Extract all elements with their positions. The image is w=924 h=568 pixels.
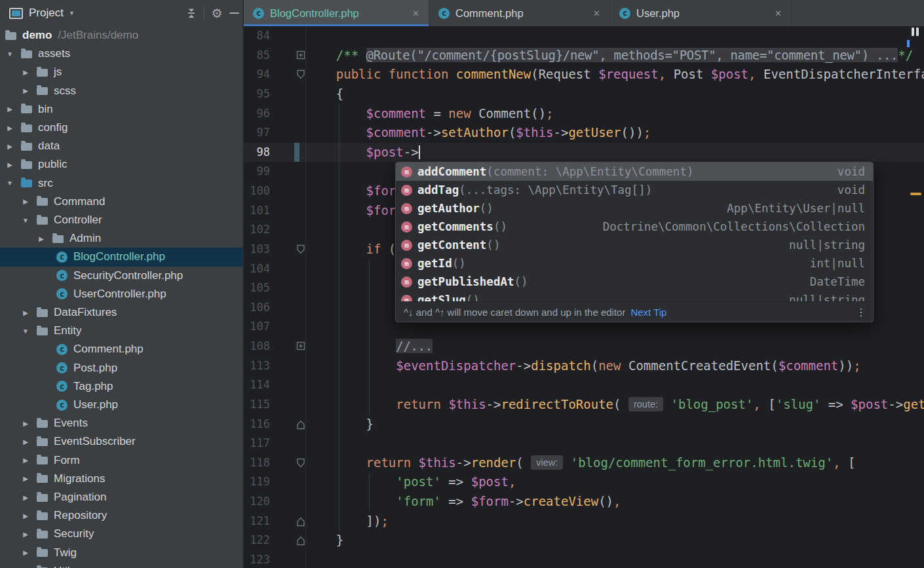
scrollbar-warning-marker[interactable] <box>910 193 921 195</box>
tree-item-DataFixtures[interactable]: ▶DataFixtures <box>0 303 242 322</box>
fold-start-icon[interactable] <box>296 244 305 257</box>
chevron-right-icon[interactable]: ▶ <box>5 161 14 168</box>
close-icon[interactable]: ✕ <box>403 9 419 18</box>
tree-item-Migrations[interactable]: ▶Migrations <box>0 470 242 488</box>
editor-line-98[interactable]: 98 $post-> <box>244 143 924 162</box>
gear-icon[interactable]: ⚙ <box>208 5 225 22</box>
hide-panel-icon[interactable] <box>225 5 242 22</box>
editor-line-113[interactable]: 113 $eventDispatcher->dispatch(new Comme… <box>244 356 924 376</box>
completion-item-getPublishedAt[interactable]: mgetPublishedAt()DateTime <box>396 273 873 291</box>
collapse-all-icon[interactable] <box>183 5 200 22</box>
tree-item-Command[interactable]: ▶Command <box>0 193 242 211</box>
chevron-right-icon[interactable]: ▶ <box>21 457 30 464</box>
tree-item-Repository[interactable]: ▶Repository <box>0 506 242 525</box>
tree-item-EventSubscriber[interactable]: ▶EventSubscriber <box>0 432 242 451</box>
fold-plus-icon[interactable] <box>296 341 305 353</box>
completion-item-getComments[interactable]: mgetComments()Doctrine\Common\Collection… <box>396 218 873 236</box>
chevron-right-icon[interactable]: ▶ <box>21 198 30 205</box>
next-tip-link[interactable]: Next Tip <box>630 307 666 318</box>
editor-line-122[interactable]: 122 } <box>244 531 924 550</box>
chevron-right-icon[interactable]: ▶ <box>5 124 14 132</box>
tree-item-config[interactable]: ▶config <box>0 119 242 137</box>
chevron-down-icon[interactable]: ▼ <box>21 217 30 224</box>
editor-line-108[interactable]: 108 //... <box>244 337 924 356</box>
tree-item-Form[interactable]: ▶Form <box>0 451 242 470</box>
close-icon[interactable]: ✕ <box>765 9 782 18</box>
editor-line-118[interactable]: 118 return $this->render( view: 'blog/co… <box>244 453 924 473</box>
pause-icon[interactable] <box>912 28 921 36</box>
editor-line-94[interactable]: 94 public function commentNew(Request $r… <box>244 65 924 85</box>
completion-item-addComment[interactable]: maddComment(comment: \App\Entity\Comment… <box>396 162 873 181</box>
chevron-right-icon[interactable]: ▶ <box>5 105 14 113</box>
fold-end-icon[interactable] <box>296 419 305 432</box>
chevron-down-icon[interactable]: ▼ <box>21 328 30 335</box>
editor-line-121[interactable]: 121 ]); <box>244 512 924 531</box>
editor-line-96[interactable]: 96 $comment = new Comment(); <box>244 104 924 124</box>
fold-start-icon[interactable] <box>296 458 305 471</box>
chevron-right-icon[interactable]: ▶ <box>21 87 30 94</box>
tree-item-SecurityController.php[interactable]: cSecurityController.php <box>0 267 242 285</box>
chevron-right-icon[interactable]: ▶ <box>37 235 46 242</box>
chevron-right-icon[interactable]: ▶ <box>21 531 30 538</box>
tree-item-User.php[interactable]: cUser.php <box>0 396 242 414</box>
completion-item-getContent[interactable]: mgetContent()null|string <box>396 236 873 254</box>
tree-item-js[interactable]: ▶js <box>0 63 242 81</box>
editor-line-123[interactable]: 123 <box>244 550 924 568</box>
chevron-right-icon[interactable]: ▶ <box>21 438 30 445</box>
editor-line-84[interactable]: 84 <box>244 26 924 46</box>
completion-item-getId[interactable]: mgetId()int|null <box>396 254 873 273</box>
tree-item-Entity[interactable]: ▼Entity <box>0 322 242 340</box>
kebab-menu-icon[interactable]: ⋮ <box>856 306 866 318</box>
chevron-right-icon[interactable]: ▶ <box>21 69 30 76</box>
tree-item-public[interactable]: ▶public <box>0 155 242 174</box>
scrollbar-change-marker[interactable] <box>907 40 910 47</box>
tree-item-Pagination[interactable]: ▶Pagination <box>0 488 242 506</box>
editor-line-95[interactable]: 95 { <box>244 85 924 104</box>
chevron-down-icon[interactable]: ▼ <box>5 50 14 58</box>
tab-User.php[interactable]: cUser.php✕ <box>610 0 792 26</box>
tree-item-demo[interactable]: demo/JetBrains/demo <box>0 26 242 45</box>
completion-item-getAuthor[interactable]: mgetAuthor()App\Entity\User|null <box>396 199 873 218</box>
fold-end-icon[interactable] <box>296 535 305 548</box>
tab-BlogController.php[interactable]: cBlogController.php✕ <box>244 0 429 26</box>
tree-item-data[interactable]: ▶data <box>0 137 242 155</box>
fold-plus-icon[interactable] <box>296 50 305 62</box>
chevron-right-icon[interactable]: ▶ <box>21 309 30 316</box>
tree-item-Controller[interactable]: ▼Controller <box>0 211 242 229</box>
completion-item-addTag[interactable]: maddTag(...tags: \App\Entity\Tag[])void <box>396 181 873 199</box>
editor-line-119[interactable]: 119 'post' => $post, <box>244 472 924 492</box>
tree-item-BlogController.php[interactable]: cBlogController.php <box>0 248 242 266</box>
editor-line-117[interactable]: 117 <box>244 434 924 453</box>
chevron-right-icon[interactable]: ▶ <box>21 475 30 482</box>
tree-item-bin[interactable]: ▶bin <box>0 100 242 119</box>
tree-item-UserController.php[interactable]: cUserController.php <box>0 285 242 303</box>
tree-item-assets[interactable]: ▼assets <box>0 45 242 63</box>
completion-item-getSlug[interactable]: mgetSlug()null|string <box>396 291 873 301</box>
chevron-right-icon[interactable]: ▶ <box>5 143 14 150</box>
tree-item-Twig[interactable]: ▶Twig <box>0 544 242 562</box>
editor-line-115[interactable]: 115 return $this->redirectToRoute( route… <box>244 395 924 415</box>
tree-item-Events[interactable]: ▶Events <box>0 414 242 432</box>
fold-start-icon[interactable] <box>296 69 305 83</box>
tree-item-src[interactable]: ▼src <box>0 174 242 193</box>
tree-item-scss[interactable]: ▶scss <box>0 82 242 100</box>
tree-item-Admin[interactable]: ▶Admin <box>0 229 242 248</box>
tree-item-Post.php[interactable]: cPost.php <box>0 359 242 377</box>
fold-end-icon[interactable] <box>296 516 305 529</box>
chevron-right-icon[interactable]: ▶ <box>21 494 30 501</box>
editor-line-114[interactable]: 114 <box>244 375 924 395</box>
tree-item-Utils[interactable]: ▶Utils <box>0 562 242 568</box>
chevron-right-icon[interactable]: ▶ <box>21 420 30 427</box>
tree-item-Tag.php[interactable]: cTag.php <box>0 377 242 396</box>
chevron-right-icon[interactable]: ▶ <box>21 549 30 556</box>
editor-line-120[interactable]: 120 'form' => $form->createView(), <box>244 492 924 512</box>
editor-line-85[interactable]: 85 /** @Route("/comment/{postSlug}/new",… <box>244 46 924 66</box>
editor-line-116[interactable]: 116 } <box>244 415 924 434</box>
chevron-right-icon[interactable]: ▶ <box>21 512 30 520</box>
chevron-down-icon[interactable]: ▼ <box>69 10 75 16</box>
tab-Comment.php[interactable]: cComment.php✕ <box>429 0 610 26</box>
editor-line-97[interactable]: 97 $comment->setAuthor($this->getUser())… <box>244 123 924 143</box>
tree-item-Comment.php[interactable]: cComment.php <box>0 340 242 358</box>
close-icon[interactable]: ✕ <box>584 9 600 18</box>
chevron-down-icon[interactable]: ▼ <box>5 180 14 187</box>
